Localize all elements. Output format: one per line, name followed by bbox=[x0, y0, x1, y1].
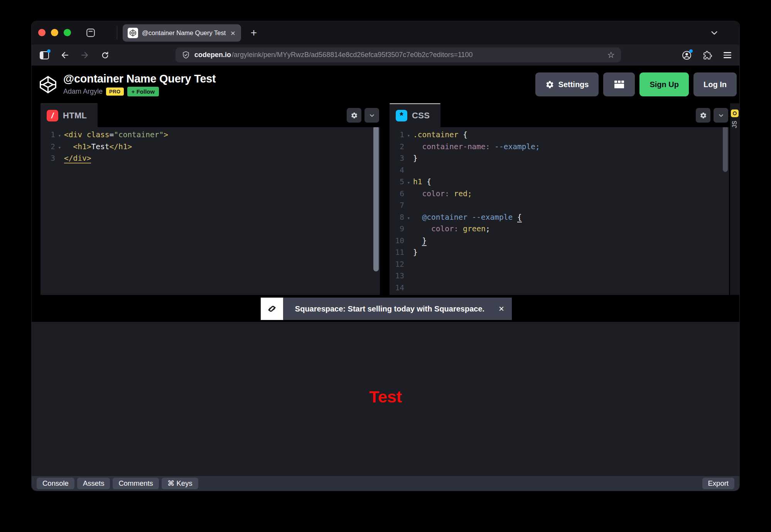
code-token: } bbox=[413, 248, 418, 257]
reload-icon[interactable] bbox=[99, 49, 111, 61]
new-tab-button[interactable]: + bbox=[246, 25, 261, 40]
minimize-window-button[interactable] bbox=[51, 29, 58, 36]
tab-divider bbox=[117, 26, 117, 40]
url-host: codepen.io bbox=[194, 51, 231, 59]
code-line: 3</div> bbox=[40, 153, 380, 165]
code-line: 2 container-name: --example; bbox=[390, 141, 729, 153]
css-scrollbar[interactable] bbox=[723, 127, 728, 172]
code-line: 15 bbox=[390, 294, 729, 295]
line-number: 1 bbox=[390, 129, 404, 141]
code-token: .container bbox=[413, 130, 463, 139]
line-number: 12 bbox=[390, 259, 404, 271]
code-token: <h1> bbox=[73, 142, 91, 151]
browser-window: @container Name Query Test × + codepen.i… bbox=[32, 21, 739, 491]
code-token: color: bbox=[422, 189, 449, 198]
line-number: 9 bbox=[390, 223, 404, 235]
line-number: 5 bbox=[390, 176, 404, 188]
extensions-puzzle-icon[interactable] bbox=[701, 49, 714, 61]
code-line: 10 } bbox=[390, 235, 729, 247]
fold-arrow-icon[interactable]: ▾ bbox=[404, 130, 413, 142]
line-number: 15 bbox=[390, 294, 404, 295]
console-button[interactable]: Console bbox=[37, 478, 74, 489]
ad-text[interactable]: Squarespace: Start selling today with Sq… bbox=[283, 305, 496, 313]
code-line: 13 bbox=[390, 270, 729, 282]
url-bar[interactable]: codepen.io /argyleink/pen/MYyRwzB/ad5688… bbox=[175, 47, 621, 62]
html-icon: / bbox=[47, 110, 58, 121]
back-icon[interactable] bbox=[59, 49, 71, 61]
sidebar-icon[interactable] bbox=[38, 49, 51, 61]
line-number: 2 bbox=[40, 141, 55, 153]
bookmark-star-icon[interactable]: ☆ bbox=[607, 50, 615, 60]
pen-header: @container Name Query Test Adam Argyle P… bbox=[32, 66, 739, 103]
ad-close-icon[interactable]: × bbox=[499, 303, 504, 314]
code-token: h1 bbox=[413, 177, 427, 186]
code-line: 6 color: red; bbox=[390, 188, 729, 200]
html-editor-panel: / HTML 1▾<div class="container">2▾ <h1>T… bbox=[40, 103, 380, 295]
account-icon[interactable] bbox=[680, 49, 693, 61]
ad-body: Squarespace: Start selling today with Sq… bbox=[283, 298, 512, 320]
html-scrollbar[interactable] bbox=[373, 127, 379, 271]
comments-button[interactable]: Comments bbox=[113, 478, 159, 489]
line-number: 10 bbox=[390, 235, 404, 247]
footer-bar: Console Assets Comments ⌘ Keys Export bbox=[32, 476, 739, 491]
fold-arrow-icon[interactable]: ▾ bbox=[404, 212, 413, 224]
menu-hamburger-icon[interactable] bbox=[721, 49, 734, 61]
code-token bbox=[413, 142, 422, 151]
notification-dot bbox=[689, 49, 693, 53]
code-token: { bbox=[427, 177, 431, 186]
close-window-button[interactable] bbox=[38, 29, 46, 36]
css-code-area[interactable]: 1▾.container {2 container-name: --exampl… bbox=[390, 127, 729, 295]
forward-icon[interactable] bbox=[79, 49, 91, 61]
pen-author[interactable]: Adam Argyle bbox=[63, 88, 103, 96]
preview-pane: Test bbox=[32, 322, 739, 476]
js-collapsed-panel[interactable]: JS bbox=[730, 103, 739, 295]
settings-label: Settings bbox=[558, 80, 589, 89]
line-number: 3 bbox=[40, 153, 55, 165]
export-button[interactable]: Export bbox=[702, 478, 734, 489]
codepen-page: @container Name Query Test Adam Argyle P… bbox=[32, 66, 739, 491]
fold-arrow-icon[interactable]: ▾ bbox=[55, 142, 64, 154]
line-number: 3 bbox=[390, 153, 404, 165]
zoom-window-button[interactable] bbox=[64, 29, 71, 36]
fold-arrow-icon[interactable]: ▾ bbox=[404, 177, 413, 189]
log-in-button[interactable]: Log In bbox=[693, 72, 737, 96]
assets-button[interactable]: Assets bbox=[77, 478, 110, 489]
line-number: 11 bbox=[390, 247, 404, 259]
active-tab[interactable]: @container Name Query Test × bbox=[123, 24, 241, 42]
ad-banner[interactable]: Squarespace: Start selling today with Sq… bbox=[261, 298, 512, 320]
preview-heading: Test bbox=[32, 322, 739, 406]
css-settings-gear-icon[interactable] bbox=[696, 108, 710, 123]
code-line: 4 bbox=[390, 165, 729, 177]
follow-button[interactable]: + Follow bbox=[127, 87, 159, 96]
html-collapse-chevron-icon[interactable] bbox=[364, 108, 379, 123]
url-path: /argyleink/pen/MYyRwzB/ad568814e8cd26efc… bbox=[232, 51, 473, 59]
line-number: 13 bbox=[390, 270, 404, 282]
html-code-area[interactable]: 1▾<div class="container">2▾ <h1>Test</h1… bbox=[40, 127, 380, 295]
code-line: 1▾<div class="container"> bbox=[40, 129, 380, 141]
html-tab[interactable]: / HTML bbox=[40, 103, 98, 127]
fold-arrow-icon[interactable]: ▾ bbox=[55, 130, 64, 142]
sign-up-button[interactable]: Sign Up bbox=[639, 72, 689, 96]
codepen-logo-icon[interactable] bbox=[39, 75, 57, 94]
html-settings-gear-icon[interactable] bbox=[347, 108, 361, 123]
code-token bbox=[413, 189, 422, 198]
list-all-tabs-icon[interactable] bbox=[710, 29, 719, 38]
header-actions: Settings Sign Up Log In bbox=[535, 72, 738, 96]
keys-button[interactable]: ⌘ Keys bbox=[162, 478, 198, 489]
layout-grid-icon bbox=[614, 80, 624, 89]
close-tab-icon[interactable]: × bbox=[230, 29, 236, 37]
shield-icon bbox=[182, 51, 190, 59]
code-token: = bbox=[109, 130, 114, 139]
tab-overview-icon[interactable] bbox=[85, 27, 96, 39]
code-token: red; bbox=[454, 189, 472, 198]
code-token bbox=[413, 213, 422, 222]
settings-button[interactable]: Settings bbox=[535, 72, 599, 96]
css-collapse-chevron-icon[interactable] bbox=[714, 108, 728, 123]
css-tab[interactable]: * CSS bbox=[390, 103, 440, 127]
pro-badge: PRO bbox=[106, 88, 124, 96]
tab-bar: @container Name Query Test × + bbox=[32, 21, 739, 44]
code-token: ; bbox=[486, 224, 490, 233]
pen-title: @container Name Query Test bbox=[63, 72, 216, 85]
code-token: </div> bbox=[64, 154, 91, 163]
change-view-button[interactable] bbox=[603, 72, 635, 96]
